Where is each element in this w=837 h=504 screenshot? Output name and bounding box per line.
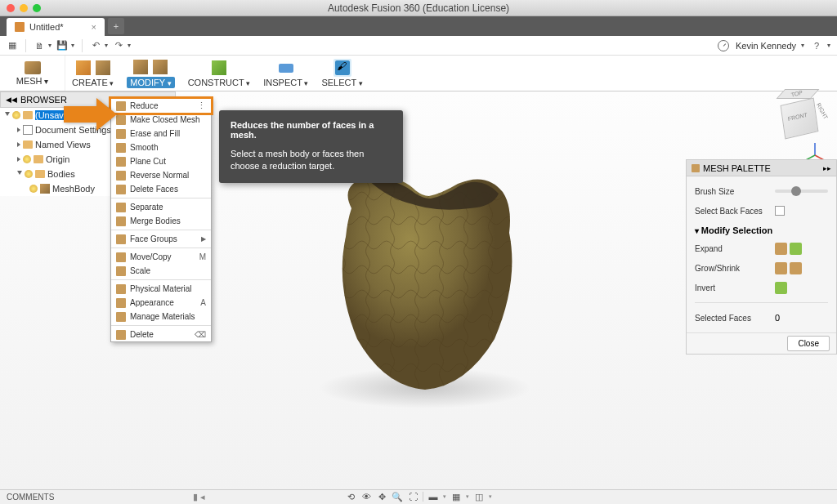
zoom-icon[interactable]: 🔍 [392,491,403,502]
expand-button[interactable] [775,243,787,255]
grid-settings-icon[interactable]: ▦ [450,491,462,502]
palette-header[interactable]: MESH PALETTE ▸▸ [687,160,836,176]
reduce-icon [153,60,168,74]
menu-item-label: Appearance [130,298,196,307]
grow-button[interactable] [775,262,787,274]
ribbon-construct[interactable]: CONSTRUCT ▾ [181,56,257,91]
tooltip-title: Reduces the number of faces in a mesh. [231,120,392,140]
menu-item-face-groups[interactable]: Face Groups▶ [111,232,211,246]
menu-item-delete-faces[interactable]: Delete Faces [111,182,211,196]
gear-icon [23,125,33,135]
job-status-icon[interactable] [718,40,729,51]
annotation-arrow [64,98,121,132]
create-icon [76,60,91,75]
pan-icon[interactable]: ✥ [376,491,387,502]
menu-item-physical-material[interactable]: Physical Material [111,282,211,296]
menu-item-separate[interactable]: Separate [111,200,211,214]
menu-item-label: Reduce [130,101,193,110]
menu-item-reduce[interactable]: Reduce⋮ [109,96,213,115]
close-palette-button[interactable]: Close [787,336,830,351]
undo-icon[interactable]: ↶ [90,40,101,51]
menu-item-delete[interactable]: Delete⌫ [111,328,211,341]
menu-item-scale[interactable]: Scale [111,264,211,278]
menu-item-icon [116,252,126,262]
window-titlebar: Autodesk Fusion 360 (Education License) [0,0,837,16]
mesh-body-render[interactable] [307,159,544,413]
invert-button[interactable] [775,282,787,294]
user-name[interactable]: Kevin Kennedy [736,41,796,51]
browser-title: BROWSER [20,95,67,105]
brush-size-slider[interactable] [775,190,828,193]
fit-icon[interactable]: ⛶ [407,491,418,502]
expand-label: Expand [695,244,768,253]
shrink-button[interactable] [790,262,802,274]
orbit-icon[interactable]: ⟲ [345,491,356,502]
expand-all-button[interactable] [790,243,802,255]
menu-item-manage-materials[interactable]: Manage Materials [111,310,211,323]
menu-item-smooth[interactable]: Smooth [111,140,211,154]
tree-label: Bodies [47,169,75,179]
menu-item-erase-and-fill[interactable]: Erase and Fill [111,127,211,140]
new-tab-button[interactable]: + [108,18,124,34]
workspace-label: MESH [16,76,43,86]
comments-label[interactable]: COMMENTS [7,493,54,502]
menu-item-label: Plane Cut [130,157,206,166]
folder-icon [34,155,43,163]
grid-icon[interactable]: ▦ [7,40,18,51]
inspect-label: INSPECT [263,78,302,87]
view-cube[interactable]: TOP FRONT RIGHT [777,96,822,141]
ribbon-inspect[interactable]: INSPECT ▾ [257,56,315,91]
select-back-faces-label: Select Back Faces [695,207,768,216]
menu-item-icon [116,185,126,194]
ribbon-select[interactable]: SELECT ▾ [315,56,369,91]
look-at-icon[interactable]: 👁 [360,491,372,502]
menu-item-icon [116,284,126,294]
menu-item-reverse-normal[interactable]: Reverse Normal [111,168,211,182]
selected-faces-count: 0 [775,313,780,323]
modify-label: MODIFY [130,78,165,87]
folder-icon [35,170,45,178]
file-icon[interactable]: 🗎 [34,40,45,51]
workspace-switcher[interactable]: MESH ▾ [0,56,65,91]
tree-label: MeshBody [52,184,95,194]
menu-item-label: Make Closed Mesh [130,115,206,124]
menu-item-label: Erase and Fill [130,129,206,138]
display-settings-icon[interactable]: ▬ [427,491,439,502]
viewcube-front[interactable]: FRONT [787,112,808,122]
viewport-layout-icon[interactable]: ◫ [473,491,485,502]
select-back-faces-checkbox[interactable] [775,206,785,216]
visibility-icon[interactable] [25,170,33,178]
folder-icon [23,111,33,119]
document-tab[interactable]: Untitled* × [7,18,105,36]
menu-item-icon [116,216,126,226]
quick-access-toolbar: ▦ 🗎▾ 💾▾ ↶▾ ↶▾ Kevin Kennedy▾ ?▾ [0,36,837,56]
menu-item-icon [116,234,126,244]
modify-selection-label: Modify Selection [701,225,772,235]
menu-item-icon [116,203,126,212]
menu-item-move-copy[interactable]: Move/CopyM [111,250,211,264]
close-tab-icon[interactable]: × [92,22,96,32]
navigation-bar: ⟲ 👁 ✥ 🔍 ⛶ ▬▾ ▦▾ ◫▾ [345,489,492,504]
save-icon[interactable]: 💾 [56,40,68,51]
ribbon-create[interactable]: CREATE ▾ [65,56,120,91]
menu-item-plane-cut[interactable]: Plane Cut [111,154,211,168]
tree-label: Origin [46,154,69,164]
menu-item-label: Scale [130,266,206,275]
redo-icon[interactable]: ↶ [113,40,124,51]
tree-label: Named Views [35,140,91,149]
menu-item-label: Delete Faces [130,185,206,194]
create-label: CREATE [72,78,108,87]
ribbon-toolbar: MESH ▾ CREATE ▾ MODIFY ▾ CONSTRUCT ▾ INS… [0,56,837,91]
help-icon[interactable]: ? [811,40,822,51]
menu-item-icon [116,143,126,153]
selected-faces-label: Selected Faces [695,314,768,323]
menu-item-label: Reverse Normal [130,171,206,180]
visibility-icon[interactable] [12,111,20,119]
ribbon-modify[interactable]: MODIFY ▾ [120,56,181,91]
visibility-icon[interactable] [29,185,38,193]
menu-item-merge-bodies[interactable]: Merge Bodies [111,214,211,228]
viewcube-right[interactable]: RIGHT [816,102,829,120]
menu-item-appearance[interactable]: AppearanceA [111,296,211,310]
visibility-icon[interactable] [23,155,31,163]
menu-item-icon [116,330,126,340]
